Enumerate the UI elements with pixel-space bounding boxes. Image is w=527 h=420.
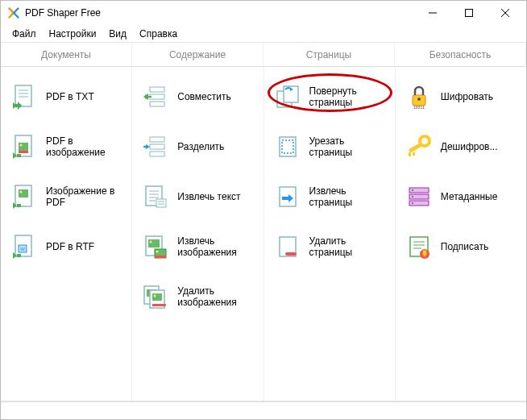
svg-rect-20 (150, 102, 164, 106)
tool-pdf-to-image[interactable]: PDF в изображение (7, 131, 125, 162)
extract-images-icon (142, 233, 169, 260)
tool-pdf-to-txt[interactable]: PDF в TXT (7, 81, 125, 112)
menu-bar: Файл Настройки Вид Справка (1, 25, 526, 43)
menu-help[interactable]: Справка (133, 27, 184, 41)
tool-label: Метаданные (441, 191, 498, 202)
column-security: 10011 Шифровать Дешифров... Метаданные П… (396, 67, 526, 401)
tab-content[interactable]: Содержание (132, 43, 264, 66)
svg-point-36 (156, 251, 159, 253)
svg-rect-23 (150, 152, 164, 156)
encrypt-icon: 10011 (405, 83, 433, 110)
column-pages: Повернуть страницы Урезать страницы Извл… (264, 67, 396, 401)
extract-text-icon (142, 183, 169, 210)
pdf-to-txt-icon (10, 83, 38, 110)
svg-rect-56 (409, 143, 421, 152)
tool-label: Изображение в PDF (46, 185, 122, 209)
svg-point-14 (20, 191, 23, 193)
tool-encrypt[interactable]: 10011 Шифровать (402, 81, 520, 112)
tab-bar: Документы Содержание Страницы Безопаснос… (1, 43, 526, 67)
tool-label: PDF в изображение (46, 135, 122, 159)
svg-rect-21 (150, 137, 164, 142)
crop-pages-icon (274, 133, 301, 160)
metadata-icon (405, 183, 433, 210)
svg-rect-37 (155, 256, 166, 258)
tool-label: Извлечь текст (177, 191, 240, 202)
tool-extract-pages[interactable]: Извлечь страницы (271, 181, 388, 212)
menu-view[interactable]: Вид (102, 27, 133, 41)
close-button[interactable] (487, 2, 523, 24)
tool-label: Совместить (177, 91, 230, 102)
content-area: PDF в TXT PDF в изображение Изображение … (1, 67, 526, 401)
svg-rect-9 (19, 143, 28, 151)
svg-rect-11 (19, 151, 28, 153)
svg-point-10 (20, 144, 23, 147)
tool-merge[interactable]: Совместить (139, 81, 256, 112)
decrypt-icon (405, 133, 433, 160)
svg-point-53 (417, 98, 421, 101)
window-controls (414, 2, 523, 24)
tool-label: Удалить изображения (177, 285, 253, 309)
tool-pdf-to-rtf[interactable]: W PDF в RTF (7, 231, 125, 262)
svg-rect-1 (465, 10, 472, 17)
tool-crop-pages[interactable]: Урезать страницы (271, 131, 388, 162)
tool-label: PDF в RTF (46, 241, 94, 252)
tool-metadata[interactable]: Метаданные (402, 181, 520, 212)
svg-rect-51 (285, 252, 297, 256)
image-to-pdf-icon (10, 183, 38, 210)
tab-security[interactable]: Безопасность (395, 43, 526, 66)
tool-split[interactable]: Разделить (139, 131, 256, 162)
tool-label: Дешифров... (441, 141, 498, 152)
tab-documents[interactable]: Документы (1, 43, 132, 66)
tool-image-to-pdf[interactable]: Изображение в PDF (7, 181, 125, 212)
pdf-to-rtf-icon: W (10, 233, 38, 260)
tool-delete-pages[interactable]: Удалить страницы (271, 231, 388, 262)
tool-label: Урезать страницы (309, 135, 385, 159)
tool-label: Извлечь изображения (177, 235, 253, 259)
svg-point-34 (150, 241, 152, 243)
tool-extract-images[interactable]: Извлечь изображения (139, 231, 256, 262)
tool-label: Разделить (177, 141, 224, 152)
app-icon (7, 6, 20, 19)
tool-label: Повернуть страницы (309, 85, 385, 109)
menu-file[interactable]: Файл (6, 27, 43, 41)
svg-rect-41 (152, 293, 162, 301)
delete-images-icon (142, 283, 169, 310)
svg-rect-22 (150, 144, 164, 149)
maximize-button[interactable] (450, 2, 487, 24)
svg-rect-57 (409, 152, 411, 156)
rotate-pages-icon (274, 83, 301, 110)
svg-rect-13 (19, 189, 28, 198)
svg-point-42 (154, 295, 156, 297)
svg-text:W: W (20, 247, 25, 252)
split-icon (142, 133, 169, 160)
sign-icon (405, 233, 433, 260)
tool-rotate-pages[interactable]: Повернуть страницы (271, 81, 388, 112)
menu-settings[interactable]: Настройки (43, 27, 103, 41)
tool-label: Удалить страницы (309, 235, 385, 259)
svg-point-63 (412, 196, 413, 198)
svg-point-55 (420, 136, 429, 146)
minimize-button[interactable] (414, 2, 450, 24)
svg-rect-44 (158, 304, 166, 306)
svg-rect-33 (148, 239, 160, 247)
tool-extract-text[interactable]: Извлечь текст (139, 181, 256, 212)
tool-label: Шифровать (441, 91, 493, 102)
title-bar: PDF Shaper Free (1, 1, 526, 25)
extract-pages-icon (274, 183, 301, 210)
tool-label: Подписать (441, 241, 488, 252)
status-bar (1, 401, 526, 419)
merge-icon (142, 83, 169, 110)
tool-sign[interactable]: Подписать (402, 231, 520, 262)
pdf-to-image-icon (10, 133, 38, 160)
tab-pages[interactable]: Страницы (264, 43, 395, 66)
svg-rect-19 (150, 94, 164, 99)
svg-point-64 (412, 202, 413, 204)
delete-pages-icon (274, 233, 301, 260)
svg-point-62 (412, 189, 413, 191)
svg-text:10011: 10011 (413, 105, 425, 110)
tool-delete-images[interactable]: Удалить изображения (139, 281, 256, 312)
window-title: PDF Shaper Free (25, 7, 414, 19)
tool-decrypt[interactable]: Дешифров... (402, 131, 520, 162)
svg-rect-58 (413, 152, 415, 156)
svg-rect-29 (156, 199, 166, 207)
